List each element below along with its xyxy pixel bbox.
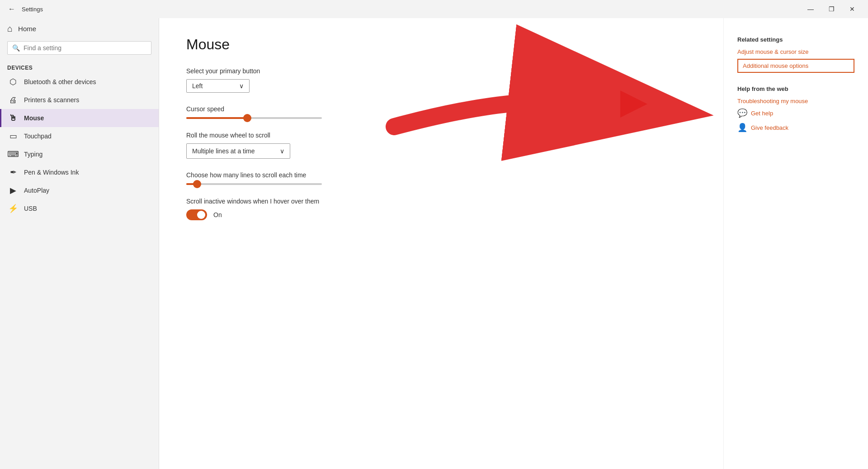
inactive-toggle[interactable]: [186, 209, 207, 220]
scroll-chevron-icon: ∨: [280, 147, 284, 155]
inactive-scroll-group: Scroll inactive windows when I hover ove…: [186, 198, 696, 220]
search-icon: 🔍: [12, 44, 20, 52]
scroll-dropdown[interactable]: Multiple lines at a time ∨: [186, 143, 290, 159]
mouse-icon: 🖱: [9, 114, 18, 123]
cursor-speed-group: Cursor speed: [186, 105, 696, 119]
sidebar-item-pen[interactable]: ✒ Pen & Windows Ink: [0, 163, 159, 181]
cursor-speed-label: Cursor speed: [186, 105, 696, 113]
chevron-down-icon: ∨: [239, 82, 244, 90]
sidebar-item-label: USB: [24, 205, 37, 212]
sidebar-item-typing[interactable]: ⌨ Typing: [0, 145, 159, 163]
typing-icon: ⌨: [9, 150, 18, 159]
toggle-label: On: [213, 211, 222, 218]
app-title: Settings: [22, 6, 43, 13]
lines-slider-thumb[interactable]: [193, 180, 201, 188]
adjust-cursor-link[interactable]: Adjust mouse & cursor size: [737, 48, 854, 55]
give-feedback-row[interactable]: 👤 Give feedback: [737, 123, 854, 133]
maximize-button[interactable]: ❐: [821, 2, 842, 16]
minimize-button[interactable]: —: [800, 2, 821, 16]
sidebar-item-usb[interactable]: ⚡ USB: [0, 199, 159, 218]
get-help-icon: 💬: [737, 108, 747, 118]
primary-button-label: Select your primary button: [186, 67, 696, 75]
right-panel: Related settings Adjust mouse & cursor s…: [723, 18, 868, 469]
toggle-row: On: [186, 209, 696, 220]
back-button[interactable]: ←: [5, 3, 18, 15]
sidebar-item-autoplay[interactable]: ▶ AutoPlay: [0, 181, 159, 199]
sidebar-item-label: Printers & scanners: [24, 96, 79, 104]
sidebar-section-devices: Devices: [0, 60, 159, 73]
help-title: Help from the web: [737, 85, 854, 92]
sidebar-item-label: Pen & Windows Ink: [24, 169, 79, 176]
window-controls: — ❐ ✕: [800, 2, 863, 16]
autoplay-icon: ▶: [9, 186, 18, 195]
give-feedback-icon: 👤: [737, 123, 747, 133]
sidebar-item-label: Typing: [24, 151, 42, 158]
close-button[interactable]: ✕: [842, 2, 863, 16]
slider-fill: [186, 117, 247, 119]
sidebar-item-label: Touchpad: [24, 133, 52, 140]
get-help-row[interactable]: 💬 Get help: [737, 108, 854, 118]
touchpad-icon: ▭: [9, 132, 18, 141]
lines-label: Choose how many lines to scroll each tim…: [186, 171, 696, 179]
search-input[interactable]: [24, 44, 146, 52]
get-help-link[interactable]: Get help: [751, 110, 773, 117]
search-box: 🔍: [7, 41, 151, 55]
toggle-knob: [197, 211, 205, 219]
slider-track: [186, 117, 322, 119]
app-body: ⌂ Home 🔍 Devices ⬡ Bluetooth & other dev…: [0, 18, 868, 469]
home-label: Home: [18, 25, 36, 33]
primary-button-group: Select your primary button Left ∨: [186, 67, 696, 93]
pen-icon: ✒: [9, 168, 18, 177]
sidebar-item-printers[interactable]: 🖨 Printers & scanners: [0, 91, 159, 109]
sidebar-item-label: AutoPlay: [24, 187, 49, 194]
sidebar-item-mouse[interactable]: 🖱 Mouse: [0, 109, 159, 127]
printer-icon: 🖨: [9, 95, 18, 104]
inactive-label: Scroll inactive windows when I hover ove…: [186, 198, 696, 205]
page-title: Mouse: [186, 36, 696, 53]
additional-mouse-link[interactable]: Additional mouse options: [737, 59, 854, 73]
main-content: Mouse Select your primary button Left ∨ …: [159, 18, 723, 469]
scroll-label: Roll the mouse wheel to scroll: [186, 132, 696, 139]
sidebar-item-home[interactable]: ⌂ Home: [0, 18, 159, 39]
dropdown-value: Left: [192, 82, 203, 90]
scroll-group: Roll the mouse wheel to scroll Multiple …: [186, 132, 696, 159]
sidebar-item-label: Bluetooth & other devices: [24, 78, 96, 85]
sidebar: ⌂ Home 🔍 Devices ⬡ Bluetooth & other dev…: [0, 18, 159, 469]
lines-slider[interactable]: [186, 183, 696, 185]
bluetooth-icon: ⬡: [9, 77, 18, 86]
scroll-dropdown-value: Multiple lines at a time: [192, 147, 255, 155]
related-settings-title: Related settings: [737, 36, 854, 43]
titlebar: ← Settings — ❐ ✕: [0, 0, 868, 18]
lines-slider-track: [186, 183, 322, 185]
cursor-speed-slider[interactable]: [186, 117, 696, 119]
give-feedback-link[interactable]: Give feedback: [751, 124, 788, 131]
sidebar-item-touchpad[interactable]: ▭ Touchpad: [0, 127, 159, 145]
troubleshoot-link[interactable]: Troubleshooting my mouse: [737, 98, 854, 104]
primary-button-dropdown[interactable]: Left ∨: [186, 79, 250, 93]
sidebar-item-bluetooth[interactable]: ⬡ Bluetooth & other devices: [0, 73, 159, 91]
sidebar-item-label: Mouse: [24, 114, 44, 122]
usb-icon: ⚡: [9, 204, 18, 213]
home-icon: ⌂: [7, 24, 13, 34]
lines-scroll-group: Choose how many lines to scroll each tim…: [186, 171, 696, 185]
slider-thumb[interactable]: [243, 114, 251, 122]
